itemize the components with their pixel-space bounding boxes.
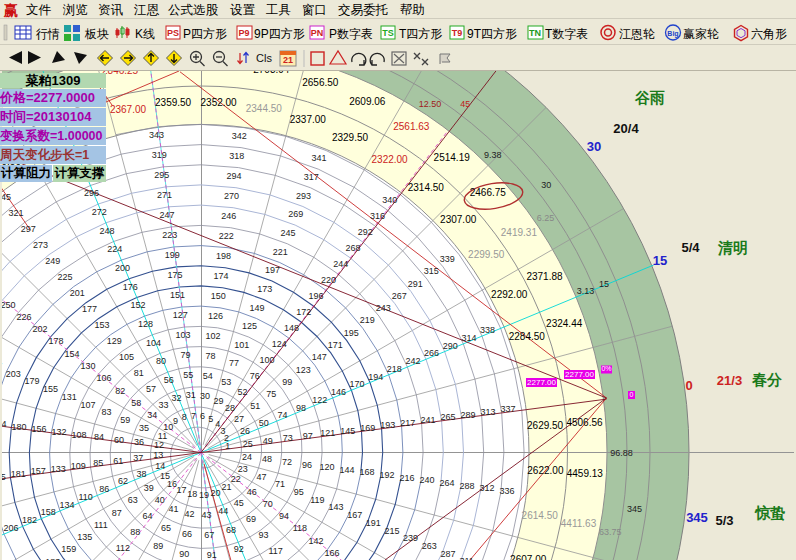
- svg-text:93: 93: [258, 530, 268, 540]
- svg-text:96: 96: [302, 460, 312, 470]
- svg-text:81: 81: [134, 368, 144, 378]
- svg-text:77: 77: [229, 358, 239, 368]
- svg-text:94: 94: [279, 511, 289, 521]
- svg-text:109: 109: [71, 461, 86, 471]
- svg-text:241: 241: [420, 415, 435, 425]
- svg-text:54: 54: [203, 371, 213, 381]
- svg-text:170: 170: [349, 379, 364, 389]
- svg-text:112: 112: [116, 543, 130, 553]
- svg-text:17: 17: [176, 485, 186, 495]
- svg-text:5: 5: [208, 414, 213, 424]
- svg-text:Big: Big: [667, 30, 678, 38]
- svg-text:177: 177: [82, 304, 97, 314]
- svg-text:157: 157: [31, 466, 46, 476]
- svg-text:59: 59: [120, 415, 130, 425]
- svg-text:167: 167: [347, 510, 362, 520]
- svg-text:345: 345: [627, 504, 642, 514]
- svg-text:5/3: 5/3: [715, 513, 733, 528]
- svg-text:2359.50: 2359.50: [155, 97, 192, 108]
- svg-text:268: 268: [345, 243, 360, 253]
- svg-text:168: 168: [359, 467, 374, 477]
- svg-text:266: 266: [424, 348, 439, 358]
- svg-text:223: 223: [162, 230, 177, 240]
- svg-text:244: 244: [333, 259, 348, 269]
- svg-text:314: 314: [461, 333, 476, 343]
- svg-text:250: 250: [1, 300, 16, 310]
- svg-text:129: 129: [107, 336, 122, 346]
- svg-text:103: 103: [175, 330, 190, 340]
- svg-text:264: 264: [439, 478, 454, 488]
- svg-text:28: 28: [225, 403, 235, 413]
- svg-text:215: 215: [384, 526, 399, 536]
- svg-text:174: 174: [213, 271, 228, 281]
- svg-text:20: 20: [211, 488, 221, 498]
- svg-text:290: 290: [443, 341, 458, 351]
- svg-text:338: 338: [480, 325, 495, 335]
- svg-text:73: 73: [283, 433, 293, 443]
- svg-text:7: 7: [191, 411, 196, 421]
- svg-text:343: 343: [149, 130, 164, 140]
- svg-text:79: 79: [180, 350, 190, 360]
- svg-text:218: 218: [387, 364, 402, 374]
- svg-text:149: 149: [250, 303, 265, 313]
- svg-text:26: 26: [240, 426, 250, 436]
- svg-text:311: 311: [459, 556, 473, 560]
- svg-text:247: 247: [160, 210, 175, 220]
- svg-text:12.50: 12.50: [419, 99, 442, 109]
- svg-text:70: 70: [263, 499, 273, 509]
- svg-text:44: 44: [218, 506, 228, 516]
- svg-text:27: 27: [234, 414, 244, 424]
- svg-text:35: 35: [139, 423, 149, 433]
- svg-text:19: 19: [199, 490, 209, 500]
- svg-text:57: 57: [146, 384, 156, 394]
- svg-text:55: 55: [183, 370, 193, 380]
- svg-text:2514.19: 2514.19: [434, 152, 471, 163]
- svg-text:46: 46: [247, 487, 257, 497]
- svg-text:175: 175: [167, 270, 182, 280]
- svg-text:265: 265: [440, 412, 455, 422]
- svg-text:123: 123: [296, 365, 311, 375]
- svg-text:2324.44: 2324.44: [546, 318, 583, 329]
- svg-text:2622.00: 2622.00: [527, 465, 564, 476]
- svg-text:216: 216: [399, 473, 414, 483]
- svg-text:6: 6: [200, 411, 205, 421]
- svg-text:297: 297: [21, 224, 36, 234]
- svg-text:150: 150: [211, 291, 226, 301]
- svg-text:4459.13: 4459.13: [567, 468, 604, 479]
- svg-text:34: 34: [147, 410, 157, 420]
- svg-text:273: 273: [33, 240, 48, 250]
- svg-text:33: 33: [158, 400, 168, 410]
- svg-text:194: 194: [368, 372, 383, 382]
- svg-text:143: 143: [328, 502, 343, 512]
- svg-text:132: 132: [51, 427, 66, 437]
- svg-text:101: 101: [234, 340, 249, 350]
- svg-text:2466.75: 2466.75: [470, 187, 507, 198]
- svg-text:6.25: 6.25: [537, 213, 555, 223]
- svg-text:312: 312: [480, 483, 495, 493]
- svg-text:43: 43: [201, 510, 211, 520]
- svg-text:41: 41: [169, 504, 179, 514]
- svg-text:126: 126: [208, 311, 223, 321]
- svg-text:11: 11: [158, 431, 167, 441]
- svg-text:惊蛰: 惊蛰: [755, 504, 786, 521]
- svg-text:2614.50: 2614.50: [522, 510, 559, 521]
- svg-text:127: 127: [173, 310, 188, 320]
- svg-text:58: 58: [131, 398, 141, 408]
- svg-text:288: 288: [459, 481, 474, 491]
- svg-text:321: 321: [8, 208, 23, 218]
- svg-text:202: 202: [33, 324, 48, 334]
- svg-text:108: 108: [71, 430, 86, 440]
- svg-text:222: 222: [219, 231, 234, 241]
- svg-text:50: 50: [259, 418, 269, 428]
- svg-text:182: 182: [22, 515, 37, 525]
- svg-text:336: 336: [500, 486, 515, 496]
- svg-text:180: 180: [11, 422, 26, 432]
- svg-text:89: 89: [153, 541, 163, 551]
- svg-text:2314.50: 2314.50: [408, 182, 445, 193]
- svg-text:169: 169: [360, 423, 375, 433]
- svg-text:145: 145: [340, 426, 355, 436]
- svg-text:谷雨: 谷雨: [634, 89, 665, 106]
- svg-text:135: 135: [77, 532, 92, 542]
- svg-text:38: 38: [136, 469, 146, 479]
- svg-text:2299.50: 2299.50: [468, 249, 505, 260]
